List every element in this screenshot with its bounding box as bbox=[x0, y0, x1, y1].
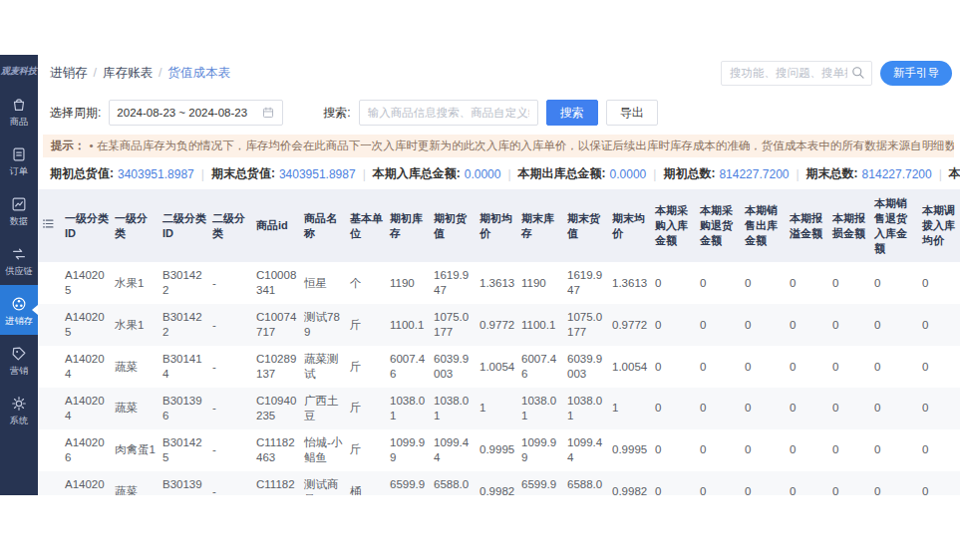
table-cell-cat1-id: A140204 bbox=[62, 388, 112, 429]
table-cell-unit: 斤 bbox=[347, 304, 387, 346]
cost-table: 一级分类ID一级分类二级分类ID二级分类商品id商品名称基本单位期初库存期初货值… bbox=[38, 189, 960, 495]
table-cell-cat2: - bbox=[209, 304, 253, 346]
table-cell-begin-avg: 1 bbox=[477, 388, 518, 429]
table-body: A140205水果1B301422-C10008341恒星个11901619.9… bbox=[38, 262, 960, 495]
table-cell-begin-avg: 1.0054 bbox=[477, 346, 518, 388]
table-cell-cat1: 蔬菜 bbox=[112, 471, 160, 495]
notice-label: 提示： bbox=[51, 139, 86, 153]
search-button[interactable]: 搜索 bbox=[546, 100, 598, 126]
header-cell-begin-stock: 期初库存 bbox=[387, 189, 431, 262]
table-cell-cat2-id: B301414 bbox=[160, 346, 209, 388]
table-cell-transfer-in-avg: 0 bbox=[919, 346, 960, 388]
table-cell-cat1: 蔬菜 bbox=[112, 346, 160, 388]
table-cell-cat2: - bbox=[209, 471, 253, 495]
brand-logo: 观麦科技 bbox=[0, 55, 38, 86]
table-cell-purchase-return: 0 bbox=[697, 346, 742, 388]
header-cell-end-avg: 期末均价 bbox=[609, 189, 652, 262]
sidebar-nav: 商品订单数据供应链进销存营销系统 bbox=[0, 86, 38, 434]
table-cell-col-settings bbox=[38, 471, 62, 495]
sidebar-item-label: 供应链 bbox=[5, 266, 33, 275]
newbie-guide-button[interactable]: 新手引导 bbox=[880, 61, 952, 86]
table-header-row: 一级分类ID一级分类二级分类ID二级分类商品id商品名称基本单位期初库存期初货值… bbox=[38, 189, 960, 262]
header-cell-cat2: 二级分类 bbox=[209, 189, 253, 262]
table-cell-begin-value: 1099.44 bbox=[431, 429, 477, 471]
date-range-picker[interactable]: 2024-08-23 ~ 2024-08-23 bbox=[109, 100, 283, 126]
sidebar-item-supply-chain[interactable]: 供应链 bbox=[0, 235, 38, 285]
sidebar-item-system[interactable]: 系统 bbox=[0, 385, 38, 434]
main-content: 进销存 / 库存账表 / 货值成本表 新手引导 选择周期: bbox=[38, 55, 960, 495]
table-cell-cat1: 蔬菜 bbox=[112, 388, 160, 429]
sidebar-item-label: 营销 bbox=[10, 366, 28, 375]
table-cell-overflow-amt: 0 bbox=[787, 346, 829, 388]
sidebar-item-label: 进销存 bbox=[5, 316, 33, 325]
table-cell-overflow-amt: 0 bbox=[787, 388, 829, 429]
table-cell-cat1-id: A140205 bbox=[62, 304, 112, 346]
total-label: 本期入库总数: bbox=[949, 165, 960, 182]
table-cell-begin-stock: 1100.1 bbox=[387, 304, 431, 346]
breadcrumb-item-kucunzhangbiao[interactable]: 库存账表 bbox=[103, 65, 153, 82]
table-row: A140205水果1B301422-C10074717测试789斤1100.11… bbox=[38, 304, 960, 346]
table-cell-purchase-in: 0 bbox=[652, 304, 697, 346]
export-button[interactable]: 导出 bbox=[606, 100, 658, 126]
sidebar: 观麦科技 商品订单数据供应链进销存营销系统 bbox=[0, 55, 38, 495]
sidebar-item-label: 系统 bbox=[10, 416, 28, 424]
header-cell-sales-out: 本期销售出库金额 bbox=[742, 189, 787, 262]
table-cell-purchase-in: 0 bbox=[652, 262, 697, 304]
table-cell-end-stock: 1100.1 bbox=[518, 304, 564, 346]
orders-icon bbox=[10, 145, 28, 163]
table-cell-purchase-return: 0 bbox=[697, 471, 742, 495]
table-cell-purchase-in: 0 bbox=[652, 346, 697, 388]
table-cell-cat2-id: B301422 bbox=[160, 304, 209, 346]
sidebar-item-orders[interactable]: 订单 bbox=[0, 136, 38, 185]
table-cell-sales-out: 0 bbox=[742, 429, 787, 471]
table-cell-loss-amt: 0 bbox=[829, 346, 871, 388]
table-cell-end-value: 1099.44 bbox=[564, 429, 609, 471]
totals-separator: | bbox=[507, 167, 510, 181]
table-cell-cat1-id: A140204 bbox=[62, 346, 112, 388]
total-label: 期初总货值: bbox=[50, 165, 114, 182]
sidebar-item-goods[interactable]: 商品 bbox=[0, 86, 38, 136]
header-cell-begin-value: 期初货值 bbox=[431, 189, 477, 262]
breadcrumb-separator: / bbox=[94, 66, 97, 80]
table-cell-transfer-in-avg: 0 bbox=[919, 471, 960, 495]
table-cell-cat2-id: B301425 bbox=[160, 429, 209, 471]
table-cell-sales-return-in: 0 bbox=[871, 346, 919, 388]
table-cell-product-name: 恒星 bbox=[301, 262, 347, 304]
table-cell-sales-return-in: 0 bbox=[871, 388, 919, 429]
total-label: 期末总货值: bbox=[211, 165, 275, 182]
header-cell-sales-return-in: 本期销售退货入库金额 bbox=[871, 189, 919, 262]
table-cell-cat1: 水果1 bbox=[112, 304, 160, 346]
table-cell-cat2-id: B301396 bbox=[160, 388, 209, 429]
table-cell-product-name: 测试商品 bbox=[301, 471, 347, 495]
table-cell-end-stock: 1038.01 bbox=[518, 388, 564, 429]
table-cell-unit: 斤 bbox=[347, 388, 387, 429]
sidebar-item-label: 商品 bbox=[10, 117, 28, 126]
table-cell-col-settings bbox=[38, 388, 62, 429]
header-cell-purchase-in: 本期采购入库金额 bbox=[652, 189, 697, 262]
table-cell-end-avg: 0.9982 bbox=[609, 471, 652, 495]
table-cell-product-id: C11182766 bbox=[253, 471, 301, 495]
sidebar-item-marketing[interactable]: 营销 bbox=[0, 335, 38, 385]
column-settings-icon[interactable] bbox=[41, 216, 56, 231]
table-cell-purchase-return: 0 bbox=[697, 429, 742, 471]
table-cell-begin-value: 1075.0177 bbox=[431, 304, 477, 346]
table-cell-purchase-return: 0 bbox=[697, 262, 742, 304]
table-cell-begin-stock: 1190 bbox=[387, 262, 431, 304]
search-icon[interactable] bbox=[850, 65, 866, 81]
header-cell-overflow-amt: 本期报溢金额 bbox=[787, 189, 829, 262]
data-icon bbox=[10, 195, 28, 213]
table-cell-product-id: C11182463 bbox=[253, 429, 301, 471]
sidebar-item-inventory[interactable]: 进销存 bbox=[0, 285, 38, 335]
header-cell-col-settings[interactable] bbox=[38, 189, 62, 262]
product-search bbox=[359, 100, 538, 126]
sidebar-item-data[interactable]: 数据 bbox=[0, 185, 38, 235]
table-cell-cat1: 肉禽蛋1 bbox=[112, 429, 160, 471]
breadcrumb-item-jinxiaocun[interactable]: 进销存 bbox=[50, 65, 88, 82]
period-label: 选择周期: bbox=[50, 105, 101, 122]
product-search-input[interactable] bbox=[359, 100, 538, 126]
sidebar-item-label: 订单 bbox=[10, 166, 28, 175]
total-value: 814227.7200 bbox=[862, 167, 932, 181]
table-cell-purchase-in: 0 bbox=[652, 471, 697, 495]
total-label: 期初总数: bbox=[663, 165, 715, 182]
table-cell-end-stock: 6007.46 bbox=[518, 346, 564, 388]
